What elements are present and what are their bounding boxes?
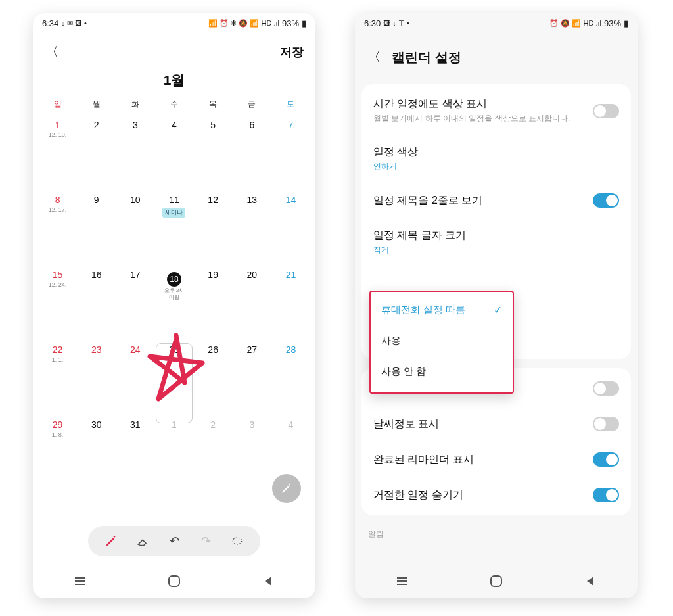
nav-home[interactable] — [489, 574, 503, 588]
calendar-day-cell[interactable]: 112. 10. — [38, 114, 77, 189]
day-number: 3 — [233, 419, 271, 430]
dropdown-option-use[interactable]: 사용 — [371, 325, 513, 356]
calendar-day-cell[interactable]: 4 — [154, 114, 193, 189]
calendar-day-cell[interactable]: 3 — [233, 414, 271, 489]
event-line: 미팅 — [154, 295, 193, 301]
calendar-day-cell[interactable]: 24 — [116, 339, 154, 414]
redo-button[interactable]: ↷ — [197, 533, 214, 550]
day-number: 31 — [116, 419, 154, 430]
calendar-day-cell[interactable]: 12 — [194, 189, 233, 264]
calendar-day-cell[interactable]: 27 — [233, 339, 271, 414]
toggle-color-time[interactable] — [593, 104, 619, 118]
save-button[interactable]: 저장 — [280, 44, 304, 60]
status-bar: 6:34 ↓ ✉ 🖼 • 📶 ⏰ ✻ 🔕 📶 HD .ıl 93% ▮ — [33, 13, 315, 33]
day-number: 5 — [194, 120, 233, 130]
nav-home[interactable] — [167, 574, 181, 588]
edit-fab[interactable] — [272, 474, 301, 503]
nav-back[interactable] — [261, 574, 275, 588]
dow-fri: 금 — [233, 99, 271, 110]
settings-title: 캘린더 설정 — [392, 49, 461, 66]
calendar-day-cell[interactable]: 6 — [233, 114, 271, 189]
setting-completed-reminder[interactable]: 완료된 리마인더 표시 — [361, 442, 631, 477]
calendar-day-cell[interactable]: 13 — [233, 189, 271, 264]
calendar-day-cell[interactable]: 2 — [194, 414, 233, 489]
status-time: 6:34 — [42, 18, 58, 28]
setting-two-line[interactable]: 일정 제목을 2줄로 보기 — [361, 183, 631, 218]
nav-back[interactable] — [583, 574, 597, 588]
lasso-tool[interactable] — [229, 533, 246, 550]
calendar-day-cell[interactable]: 9 — [77, 189, 116, 264]
status-time: 6:30 — [364, 18, 381, 28]
battery-icon: ▮ — [302, 18, 306, 28]
calendar-day-cell[interactable]: 26 — [194, 339, 233, 414]
toggle-hide-declined[interactable] — [593, 488, 619, 502]
calendar-week-row: 812. 17.91011세미나121314 — [33, 189, 315, 264]
back-button[interactable]: 〈 — [45, 42, 60, 62]
calendar-day-cell[interactable]: 1512. 24. — [38, 264, 77, 339]
calendar-day-cell[interactable]: 30 — [77, 414, 116, 489]
calendar-day-cell[interactable]: 21 — [271, 264, 310, 339]
toggle-week-number[interactable] — [593, 381, 619, 396]
calendar-day-cell[interactable]: 31 — [116, 414, 154, 489]
calendar-day-cell[interactable]: 23 — [77, 339, 116, 414]
dropdown-option-dont-use[interactable]: 사용 안 함 — [371, 356, 513, 387]
calendar-day-cell[interactable]: 20 — [233, 264, 271, 339]
nav-recents[interactable] — [73, 574, 87, 588]
setting-event-color[interactable]: 일정 색상 연하게 — [361, 135, 631, 183]
calendar-day-cell[interactable]: 3 — [116, 114, 154, 189]
calendar-day-cell[interactable]: 10 — [116, 189, 154, 264]
setting-hide-declined[interactable]: 거절한 일정 숨기기 — [361, 477, 631, 513]
toggle-weather[interactable] — [593, 417, 619, 431]
calendar-week-row: 112. 10.234567 — [33, 114, 315, 189]
day-number: 14 — [271, 195, 310, 205]
day-number: 27 — [233, 344, 271, 355]
undo-button[interactable]: ↶ — [166, 533, 183, 550]
calendar-day-cell[interactable]: 11세미나 — [154, 189, 193, 264]
calendar-day-cell[interactable]: 5 — [194, 114, 233, 189]
day-number: 4 — [271, 419, 310, 430]
calendar-day-cell[interactable]: 291. 8. — [38, 414, 77, 489]
status-right-icons: ⏰ 🔕 📶 HD .ıl — [549, 19, 601, 28]
back-button[interactable]: 〈 — [367, 47, 383, 67]
calendar-day-cell[interactable]: 1 — [154, 414, 193, 489]
setting-label: 날씨정보 표시 — [373, 417, 439, 431]
dropdown-option-follow-phone[interactable]: 휴대전화 설정 따름 ✓ — [371, 295, 513, 325]
calendar-day-cell[interactable]: 18오후 2시미팅 — [154, 264, 193, 339]
calendar-day-cell[interactable]: 28 — [271, 339, 310, 414]
day-number: 10 — [116, 195, 154, 205]
calendar-day-cell[interactable]: 812. 17. — [38, 189, 77, 264]
calendar-titlebar: 〈 저장 — [33, 33, 315, 66]
setting-label: 일정 제목을 2줄로 보기 — [373, 194, 482, 208]
day-number: 9 — [77, 195, 116, 205]
day-number: 28 — [271, 344, 310, 355]
nav-recents[interactable] — [395, 574, 409, 588]
setting-sublabel: 연하게 — [373, 161, 418, 172]
event-chip[interactable]: 세미나 — [162, 208, 185, 218]
calendar-day-cell[interactable]: 19 — [194, 264, 233, 339]
day-number: 26 — [194, 344, 233, 355]
status-battery: 93% — [282, 18, 299, 28]
calendar-day-cell[interactable]: 221. 1. — [38, 339, 77, 414]
toggle-two-line[interactable] — [593, 193, 619, 208]
calendar-day-cell[interactable]: 7 — [271, 114, 310, 189]
day-number: 21 — [271, 270, 310, 280]
calendar-day-cell[interactable]: 2 — [77, 114, 116, 189]
eraser-tool[interactable] — [134, 533, 151, 550]
calendar-week-row: 291. 8.30311234 — [33, 414, 315, 489]
setting-title-size[interactable]: 일정 제목 글자 크기 작게 — [361, 218, 631, 266]
calendar-day-cell[interactable]: 17 — [116, 264, 154, 339]
battery-icon: ▮ — [624, 18, 628, 28]
day-number: 22 — [38, 344, 77, 355]
day-number: 2 — [77, 120, 116, 130]
calendar-day-cell[interactable]: 14 — [271, 189, 310, 264]
day-number: 12 — [194, 195, 233, 205]
week-sublabel: 1. 1. — [38, 356, 77, 363]
pen-tool[interactable] — [103, 533, 120, 550]
day-number: 15 — [38, 270, 77, 280]
day-number: 24 — [116, 344, 154, 355]
calendar-day-cell[interactable]: 16 — [77, 264, 116, 339]
toggle-completed-reminder[interactable] — [593, 452, 619, 467]
drawing-toolbar: ↶ ↷ — [88, 526, 260, 556]
setting-color-time[interactable]: 시간 일정에도 색상 표시 월별 보기에서 하루 이내의 일정을 색상으로 표시… — [361, 87, 631, 135]
setting-weather[interactable]: 날씨정보 표시 — [361, 406, 631, 442]
